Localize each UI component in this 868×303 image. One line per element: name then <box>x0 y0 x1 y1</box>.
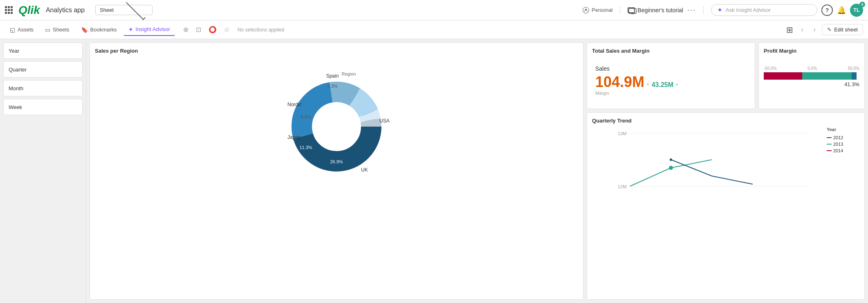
sheets-icon: ▭ <box>45 27 50 33</box>
bookmarks-icon: 🔖 <box>81 27 88 33</box>
second-bar: ◱ Assets ▭ Sheets 🔖 Bookmarks ✦ Insight … <box>0 20 868 39</box>
sheet-selector[interactable]: Sheet <box>95 5 153 15</box>
charts-top: Sales per Region <box>90 42 865 300</box>
monitor-icon <box>628 7 635 13</box>
filter-quarter[interactable]: Quarter <box>3 61 83 78</box>
total-sales-card: Total Sales and Margin Sales 104.9M · 43… <box>587 42 755 109</box>
margin-bar-container: -50.0% 0.0% 50.0% 41.3% <box>764 66 859 87</box>
grid-view-button[interactable]: ⊞ <box>786 25 793 35</box>
insight-advisor-button[interactable]: ✦ Insight Advisor <box>123 24 175 36</box>
y-top: 13M <box>618 131 626 136</box>
margin-label: Margin <box>595 91 747 96</box>
selection-tool-button[interactable]: ⊡ <box>193 23 204 36</box>
donut-svg: .donut-seg { fill: none; stroke-width: 5… <box>275 65 398 188</box>
pct-nordic: 9.9% <box>301 114 311 119</box>
svg-rect-1 <box>629 9 636 13</box>
legend-label-2013: 2013 <box>833 142 843 147</box>
filter-sidebar: Year Quarter Month Week <box>0 39 86 303</box>
sales-value-row: 104.9M · 43.25M · <box>595 74 747 91</box>
tutorial-area: Beginner's tutorial <box>628 7 683 13</box>
app-name: Analytics app <box>46 7 85 14</box>
nav-arrows: ‹ › <box>796 24 820 36</box>
total-sales-title: Total Sales and Margin <box>592 48 750 54</box>
notification-badge: 3 <box>859 2 865 7</box>
axis-zero: 0.0% <box>807 66 817 71</box>
label-nordic: Nordic <box>287 102 302 107</box>
axis-neg: -50.0% <box>764 66 777 71</box>
filter-week[interactable]: Week <box>3 99 83 115</box>
grid-menu-icon[interactable] <box>5 6 13 14</box>
dash-separator2: · <box>676 80 678 89</box>
margin-number: 43.25M <box>652 81 673 89</box>
legend-dot-2014 <box>827 150 832 151</box>
top-bar: Qlik Analytics app Sheet Personal Beginn… <box>0 0 868 20</box>
sales-content: Sales 104.9M · 43.25M · Margin <box>592 57 750 104</box>
insight-advisor-icon: ✦ <box>128 26 133 33</box>
dot-2012-q2 <box>670 158 672 161</box>
margin-axis: -50.0% 0.0% 50.0% <box>764 66 859 71</box>
assets-button[interactable]: ◱ Assets <box>5 24 38 36</box>
main-content: Year Quarter Month Week Sales per Region <box>0 39 868 303</box>
right-panel: Total Sales and Margin Sales 104.9M · 43… <box>587 42 865 300</box>
profit-margin-title: Profit Margin <box>764 48 859 54</box>
legend-label-2012: 2012 <box>833 135 843 140</box>
chevron-down-icon <box>126 0 146 20</box>
assets-icon: ◱ <box>10 27 15 33</box>
dash-separator: · <box>647 80 649 89</box>
pct-usa: 45.5% <box>344 126 358 132</box>
zoom-tool-button[interactable]: ⊕ <box>180 23 192 36</box>
margin-negative <box>764 72 802 80</box>
insight-search[interactable]: ✦ Ask Insight Advisor <box>711 4 817 16</box>
y-bottom: 12M <box>618 184 626 189</box>
sales-number: 104.9M <box>595 74 644 91</box>
filter-year[interactable]: Year <box>3 42 83 59</box>
dot-2013-q2 <box>669 166 673 170</box>
sales-label: Sales <box>595 65 747 72</box>
edit-sheet-button[interactable]: ✎ Edit sheet <box>822 24 863 35</box>
legend-2013: 2013 <box>827 142 859 147</box>
pct-spain: 3.3% <box>327 84 337 89</box>
edit-sheet-label: Edit sheet <box>834 27 858 33</box>
clear-tool-button[interactable]: ⊘ <box>221 23 233 36</box>
insight-star-icon: ✦ <box>717 6 722 14</box>
insight-search-placeholder: Ask Insight Advisor <box>726 7 771 13</box>
nav-prev-button[interactable]: ‹ <box>796 24 808 36</box>
label-uk: UK <box>361 167 368 173</box>
label-spain: Spain <box>326 73 339 79</box>
margin-percentage: 41.3% <box>764 81 859 87</box>
label-japan: Japan <box>287 134 301 140</box>
notifications-icon[interactable]: 🔔 <box>837 6 846 15</box>
charts-area: Sales per Region <box>86 39 868 303</box>
lasso-tool-button[interactable]: ⭕ <box>205 23 220 36</box>
toolbar-icons: ⊕ ⊡ ⭕ ⊘ <box>180 23 233 36</box>
trend-svg: 13M 12M <box>592 127 823 201</box>
more-options-button[interactable]: ··· <box>687 6 696 14</box>
legend-2014: 2014 <box>827 148 859 153</box>
quarterly-trend-title: Quarterly Trend <box>592 118 859 124</box>
nav-next-button[interactable]: › <box>809 24 820 36</box>
trend-legend: Year 2012 2013 2014 <box>827 127 859 201</box>
pct-uk: 26.9% <box>330 159 343 164</box>
axis-pos: 50.0% <box>848 66 859 71</box>
assets-label: Assets <box>18 27 34 33</box>
legend-dot-2013 <box>827 144 832 145</box>
quarterly-trend-card: Quarterly Trend 13M 12M <box>587 112 865 300</box>
legend-dot-2012 <box>827 137 832 138</box>
top-right-row: Total Sales and Margin Sales 104.9M · 43… <box>587 42 865 109</box>
sheets-button[interactable]: ▭ Sheets <box>40 24 74 36</box>
quarterly-content: 13M 12M <box>592 127 859 201</box>
legend-2012: 2012 <box>827 135 859 140</box>
insight-advisor-label: Insight Advisor <box>136 26 170 32</box>
label-region: Region <box>342 71 356 76</box>
badge-container: TL 3 <box>850 4 863 17</box>
trend-chart-area: 13M 12M <box>592 127 823 201</box>
sales-region-card: Sales per Region <box>90 42 583 300</box>
help-button[interactable]: ? <box>821 4 833 16</box>
sales-region-title: Sales per Region <box>95 48 578 54</box>
filter-month[interactable]: Month <box>3 80 83 96</box>
personal-label: Personal <box>592 7 612 13</box>
no-selections-label: No selections applied <box>238 27 284 33</box>
bookmarks-button[interactable]: 🔖 Bookmarks <box>76 24 122 36</box>
sheets-label: Sheets <box>53 27 69 33</box>
margin-bar <box>764 72 859 80</box>
